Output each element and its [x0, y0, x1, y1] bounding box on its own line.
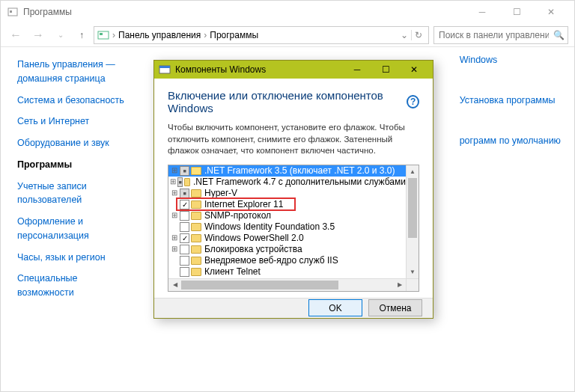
windows-features-dialog: Компоненты Windows ─ ☐ ✕ Включение или о… — [153, 60, 433, 319]
app-icon — [7, 6, 19, 18]
folder-icon — [184, 178, 190, 186]
feature-label: Блокировка устройства — [204, 244, 302, 254]
feature-checkbox[interactable] — [180, 256, 189, 266]
dialog-body: Включение или отключение компонентов Win… — [154, 79, 433, 298]
folder-icon — [191, 268, 201, 276]
feature-label: Windows Identity Foundation 3.5 — [204, 221, 335, 232]
feature-label: Внедряемое веб-ядро служб IIS — [204, 255, 338, 266]
ok-button[interactable]: OK — [308, 299, 362, 316]
close-button[interactable]: ✕ — [534, 1, 568, 23]
folder-icon — [191, 245, 201, 254]
sidebar-item-programs[interactable]: Программы — [17, 158, 136, 172]
category-links: Windows Установка программы рограмм по у… — [460, 47, 561, 176]
minimize-button[interactable]: ─ — [465, 1, 499, 23]
svg-rect-0 — [8, 8, 17, 16]
scroll-corner — [406, 278, 419, 291]
feature-checkbox[interactable] — [180, 267, 189, 277]
feature-item[interactable]: ⊞.NET Framework 3.5 (включает .NET 2.0 и… — [168, 165, 406, 177]
scroll-down-button[interactable]: ▼ — [407, 266, 419, 278]
feature-label: Internet Explorer 11 — [204, 199, 283, 209]
feature-label: Клиент Telnet — [204, 266, 261, 277]
expand-icon[interactable]: ⊞ — [170, 212, 178, 219]
search-input[interactable] — [437, 29, 550, 41]
help-icon[interactable]: ? — [407, 95, 419, 108]
hscroll-thumb[interactable] — [181, 281, 338, 290]
feature-checkbox[interactable] — [180, 233, 189, 243]
cancel-button[interactable]: Отмена — [368, 299, 422, 316]
refresh-button[interactable]: ↻ — [411, 30, 425, 40]
expand-icon[interactable]: ⊞ — [170, 167, 178, 174]
dialog-minimize-button[interactable]: ─ — [343, 61, 371, 79]
feature-item[interactable]: ⊞SNMP-протокол — [168, 210, 406, 221]
dialog-maximize-button[interactable]: ☐ — [371, 61, 400, 79]
feature-checkbox[interactable] — [180, 166, 189, 176]
folder-icon — [191, 200, 201, 209]
sidebar-item-clock[interactable]: Часы, язык и регион — [17, 251, 136, 265]
dialog-titlebar[interactable]: Компоненты Windows ─ ☐ ✕ — [154, 61, 433, 79]
scroll-up-button[interactable]: ▲ — [407, 165, 419, 178]
sidebar-item-hardware[interactable]: Оборудование и звук — [17, 136, 136, 150]
chevron-right-icon: › — [112, 30, 115, 40]
dialog-description: Чтобы включить компонент, установите его… — [168, 122, 419, 157]
feature-checkbox[interactable] — [180, 189, 189, 198]
chevron-right-icon: › — [204, 30, 207, 40]
feature-item[interactable]: Внедряемое веб-ядро служб IIS — [168, 255, 406, 266]
window-title: Программы — [23, 7, 72, 17]
feature-label: Hyper-V — [204, 188, 237, 198]
sidebar-item-home[interactable]: Панель управления — домашняя страница — [17, 58, 136, 86]
history-dropdown[interactable]: ⌄ — [52, 31, 70, 39]
expand-icon[interactable]: ⊞ — [170, 234, 178, 242]
category-sidebar: Панель управления — домашняя страница Си… — [1, 47, 143, 391]
feature-item[interactable]: Internet Explorer 11 — [168, 199, 406, 210]
back-button[interactable]: ← — [7, 28, 25, 42]
dialog-button-row: OK Отмена — [154, 298, 433, 318]
scroll-left-button[interactable]: ◀ — [168, 279, 181, 291]
up-button[interactable]: ↑ — [74, 30, 89, 40]
search-icon: 🔍 — [553, 30, 565, 40]
maximize-button[interactable]: ☐ — [499, 1, 534, 23]
feature-item[interactable]: Клиент Telnet — [168, 266, 406, 278]
folder-icon — [191, 167, 201, 175]
dialog-close-button[interactable]: ✕ — [400, 61, 428, 79]
feature-item[interactable]: ⊞Hyper-V — [168, 188, 406, 199]
folder-icon — [191, 257, 201, 265]
feature-item[interactable]: ⊞Windows PowerShell 2.0 — [168, 233, 406, 244]
link-default-programs[interactable]: рограмм по умолчанию — [460, 135, 561, 146]
horizontal-scrollbar[interactable]: ◀ ▶ — [168, 278, 406, 291]
sidebar-item-network[interactable]: Сеть и Интернет — [17, 114, 136, 129]
feature-checkbox[interactable] — [180, 245, 189, 254]
dialog-icon — [159, 64, 171, 76]
expand-icon[interactable]: ⊞ — [170, 245, 178, 253]
breadcrumb-item[interactable]: Программы — [210, 30, 258, 40]
expand-icon[interactable]: ⊞ — [170, 178, 176, 186]
breadcrumb-item[interactable]: Панель управления — [118, 30, 201, 40]
vertical-scrollbar[interactable]: ▲ ▼ — [406, 165, 419, 278]
svg-rect-1 — [10, 10, 12, 13]
address-dropdown[interactable]: ⌄ — [401, 30, 408, 40]
search-box[interactable]: 🔍 — [433, 26, 568, 44]
link-windows-features[interactable]: Windows — [460, 55, 561, 65]
feature-item[interactable]: ⊞Блокировка устройства — [168, 244, 406, 255]
link-install-program[interactable]: Установка программы — [460, 95, 561, 105]
toolbar: ← → ⌄ ↑ › Панель управления › Программы … — [1, 23, 574, 47]
folder-icon — [191, 223, 201, 231]
feature-item[interactable]: ⊞.NET Framework 4.7 с дополнительными сл… — [168, 177, 406, 188]
feature-label: .NET Framework 4.7 с дополнительными слу… — [193, 177, 406, 187]
feature-checkbox[interactable] — [180, 222, 189, 232]
sidebar-item-ease[interactable]: Специальные возможности — [17, 272, 136, 300]
sidebar-item-system[interactable]: Система и безопасность — [17, 94, 136, 108]
folder-icon — [191, 212, 201, 220]
feature-label: Windows PowerShell 2.0 — [204, 233, 304, 243]
expand-icon[interactable]: ⊞ — [170, 189, 178, 197]
feature-item[interactable]: Windows Identity Foundation 3.5 — [168, 221, 406, 233]
feature-checkbox[interactable] — [180, 211, 189, 221]
forward-button[interactable]: → — [29, 28, 47, 42]
feature-checkbox[interactable] — [177, 177, 183, 187]
sidebar-item-accounts[interactable]: Учетные записи пользователей — [17, 180, 136, 208]
feature-checkbox[interactable] — [180, 200, 189, 209]
scroll-thumb[interactable] — [408, 178, 417, 238]
scroll-right-button[interactable]: ▶ — [393, 279, 406, 291]
sidebar-item-appearance[interactable]: Оформление и персонализация — [17, 215, 136, 243]
svg-rect-3 — [100, 33, 103, 35]
address-bar[interactable]: › Панель управления › Программы ⌄ ↻ — [94, 26, 429, 44]
